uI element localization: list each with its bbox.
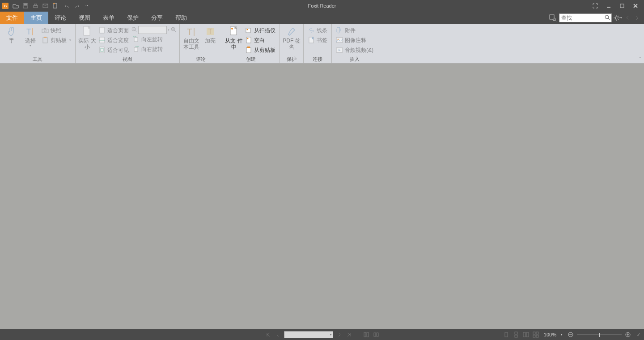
view-mode-buttons [503, 331, 539, 338]
from-file-button[interactable]: 从文 件中 [225, 25, 243, 55]
undo-button[interactable] [62, 0, 72, 12]
svg-rect-70 [536, 332, 538, 334]
zoom-out-button[interactable] [567, 331, 574, 338]
select-tool-button[interactable]: T 选择 ▾ [21, 25, 39, 55]
rotate-left-icon [132, 36, 140, 43]
highlight-button[interactable]: T 加亮 [201, 25, 219, 55]
camera-icon [42, 27, 49, 34]
ribbon-group-insert: 附件 图像注释 音频视频(&) 插入 [332, 24, 377, 63]
continuous-view-button[interactable] [513, 331, 520, 338]
typewriter-button[interactable]: T 自由文 本工具 [182, 25, 200, 55]
fit-page-icon [98, 27, 106, 34]
tab-comment[interactable]: 评论 [48, 12, 72, 24]
bookmark-button[interactable]: 书签 [306, 36, 329, 45]
single-page-view-button[interactable] [503, 331, 510, 338]
rotate-left-button[interactable]: 向左旋转 [131, 35, 177, 44]
audio-video-button[interactable]: 音频视频(&) [335, 46, 375, 55]
fit-page-button[interactable]: 适合页面 [97, 26, 130, 35]
page-number-box[interactable]: ▾ [284, 331, 333, 338]
collapse-ribbon-button[interactable]: ˄ [639, 57, 641, 61]
tab-share[interactable]: 分享 [145, 12, 169, 24]
facing-view-button[interactable] [522, 331, 530, 338]
advanced-search-button[interactable] [548, 13, 557, 22]
svg-text:T: T [26, 27, 31, 36]
page-layout-b-button[interactable] [373, 331, 380, 338]
fullscreen-button[interactable] [589, 0, 602, 12]
hand-tool-button[interactable]: 手 [3, 25, 21, 55]
attachment-icon [336, 27, 343, 34]
qat-customize-button[interactable] [82, 0, 92, 12]
svg-rect-43 [134, 47, 138, 51]
svg-rect-30 [100, 27, 104, 33]
pdf-sign-button[interactable]: PDF 签名 [283, 25, 301, 55]
tab-help[interactable]: 帮助 [169, 12, 193, 24]
page-navigation: ▾ [264, 331, 380, 338]
redo-button[interactable] [72, 0, 82, 12]
ribbon: 手 T 选择 ▾ 快照 剪贴板 ▾ 工具 [0, 24, 644, 64]
settings-gear-button[interactable]: ▾ [614, 13, 622, 22]
new-doc-button[interactable] [50, 0, 60, 12]
zoom-percentage: 100% [544, 332, 556, 337]
image-annotation-button[interactable]: 图像注释 [335, 36, 375, 45]
clipboard-page-icon [245, 47, 252, 54]
tab-protect[interactable]: 保护 [121, 12, 145, 24]
svg-rect-5 [53, 4, 57, 8]
continuous-facing-view-button[interactable] [532, 331, 539, 338]
first-page-button[interactable] [264, 331, 271, 338]
fit-width-button[interactable]: 适合宽度 [97, 36, 130, 45]
last-page-button[interactable] [346, 331, 353, 338]
ribbon-group-create: 从文 件中 从扫描仪 空白 从剪贴板 创建 [222, 24, 280, 63]
svg-point-11 [605, 15, 609, 19]
print-button[interactable] [30, 0, 40, 12]
resize-grip[interactable] [636, 332, 640, 337]
svg-rect-66 [515, 335, 517, 337]
rotate-right-button[interactable]: 向右旋转 [131, 45, 177, 54]
prev-page-button[interactable] [274, 331, 281, 338]
svg-rect-8 [550, 15, 554, 19]
attachment-button[interactable]: 附件 [335, 26, 375, 35]
title-bar: G Foxit Reader [0, 0, 644, 12]
svg-line-18 [614, 16, 615, 17]
prev-doc-button[interactable] [623, 13, 631, 22]
pen-icon [286, 26, 297, 37]
page-number-input[interactable] [284, 332, 330, 337]
search-input[interactable] [561, 15, 610, 21]
chevron-down-icon: ▾ [69, 38, 71, 42]
next-page-button[interactable] [336, 331, 343, 338]
actual-size-button[interactable]: 实际 大小 [78, 25, 96, 55]
tab-file[interactable]: 文件 [0, 12, 24, 24]
search-icon[interactable] [604, 14, 610, 22]
blank-page-button[interactable]: 空白 [244, 36, 277, 45]
typewriter-icon: T [186, 26, 197, 37]
open-file-button[interactable] [11, 0, 21, 12]
next-doc-button[interactable] [633, 13, 641, 22]
close-button[interactable] [629, 0, 642, 12]
svg-rect-27 [43, 38, 47, 43]
fit-visible-button[interactable]: 适合可见 [97, 46, 130, 55]
clipboard-button[interactable]: 剪贴板 ▾ [40, 36, 72, 45]
maximize-button[interactable] [615, 0, 629, 12]
svg-line-20 [618, 16, 619, 17]
svg-rect-26 [44, 28, 46, 29]
zoom-controls[interactable]: ▾ [131, 26, 177, 34]
search-box[interactable] [559, 13, 612, 22]
slider-thumb[interactable] [599, 333, 600, 337]
tab-view[interactable]: 视图 [72, 12, 97, 24]
save-button[interactable] [21, 0, 30, 12]
snapshot-button[interactable]: 快照 [40, 26, 72, 35]
zoom-input[interactable] [138, 26, 167, 34]
page-layout-a-button[interactable] [363, 331, 370, 338]
email-button[interactable] [40, 0, 50, 12]
zoom-in-button[interactable] [624, 331, 631, 338]
svg-rect-55 [247, 47, 250, 48]
tab-form[interactable]: 表单 [97, 12, 121, 24]
from-clipboard-button[interactable]: 从剪贴板 [244, 46, 277, 55]
tab-home[interactable]: 主页 [24, 12, 48, 24]
zoom-in-icon[interactable] [170, 26, 177, 34]
from-scanner-button[interactable]: 从扫描仪 [244, 26, 277, 35]
link-button[interactable]: 线条 [306, 26, 329, 35]
zoom-out-icon[interactable] [131, 26, 137, 34]
slider-track[interactable] [577, 335, 622, 335]
minimize-button[interactable] [602, 0, 615, 12]
zoom-slider[interactable] [567, 331, 631, 338]
